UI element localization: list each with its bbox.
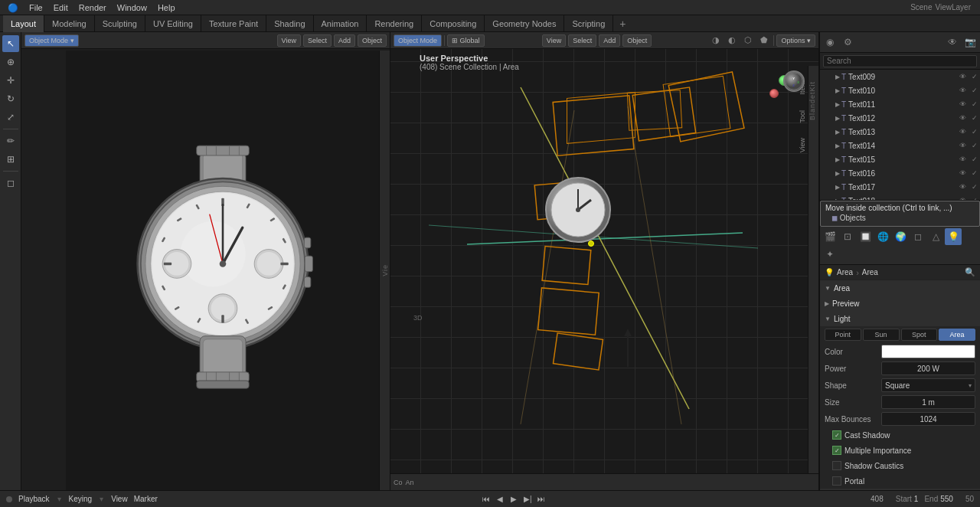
annotate-tool[interactable]: ✏ [2, 132, 19, 149]
color-swatch[interactable] [881, 345, 975, 358]
size-value[interactable]: 1 m [881, 395, 975, 409]
outliner-item-text013[interactable]: ▶ T Text013 👁 ✓ [820, 125, 980, 139]
tab-texture-paint[interactable]: Texture Paint [201, 15, 266, 32]
tab-geometry-nodes[interactable]: Geometry Nodes [485, 15, 564, 32]
viewport-shading-1[interactable]: ◑ [709, 34, 723, 47]
light-tab-point[interactable]: Point [825, 329, 861, 341]
outliner-item-text015[interactable]: ▶ T Text015 👁 ✓ [820, 152, 980, 166]
tab-rendering[interactable]: Rendering [367, 15, 422, 32]
mid-options-btn[interactable]: Options ▾ [776, 34, 815, 47]
viewport-shading-2[interactable]: ◐ [725, 34, 739, 47]
measure-tool[interactable]: ⊞ [2, 151, 19, 168]
marker-label[interactable]: Marker [134, 495, 158, 503]
start-value[interactable]: 1 [914, 495, 919, 503]
vis-icon-check[interactable]: ✓ [969, 85, 980, 96]
tab-compositing[interactable]: Compositing [422, 15, 485, 32]
cast-shadow-checkbox[interactable]: ✓ [832, 430, 841, 440]
menu-edit[interactable]: Edit [49, 0, 73, 15]
tab-animation[interactable]: Animation [314, 15, 368, 32]
outliner-item-text018[interactable]: ▶ T Text018 👁 ✓ [820, 194, 980, 201]
mid-view-btn[interactable]: View [542, 34, 566, 47]
side-tab-view[interactable]: View [797, 136, 808, 154]
prev-frame-btn[interactable]: ◀ [494, 493, 506, 505]
tab-uv-editing[interactable]: UV Editing [145, 15, 201, 32]
outliner-item-text011[interactable]: ▶ T Text011 👁 ✓ [820, 97, 980, 111]
vis-icon-eye[interactable]: 👁 [957, 71, 968, 82]
playback-label[interactable]: Playback [18, 495, 50, 503]
shadow-caustics-checkbox[interactable] [832, 461, 841, 470]
tooltip-objects-item[interactable]: ◼ Objects [825, 212, 975, 224]
props-search-icon[interactable]: 🔍 [965, 267, 975, 277]
props-tab-particles[interactable]: ✦ [822, 246, 838, 263]
props-tab-world[interactable]: 🌍 [892, 228, 909, 245]
menu-render[interactable]: Render [74, 0, 111, 15]
select-menu-btn[interactable]: Select [303, 34, 332, 47]
tab-shading[interactable]: Shading [266, 15, 313, 32]
outliner-search-input[interactable] [823, 55, 977, 67]
add-workspace-button[interactable]: + [613, 15, 632, 32]
vis-icon-eye[interactable]: 👁 [957, 85, 968, 96]
shape-dropdown[interactable]: Square ▾ [881, 378, 975, 392]
mid-select-btn[interactable]: Select [568, 34, 596, 47]
outliner-item-text017[interactable]: ▶ T Text017 👁 ✓ [820, 180, 980, 194]
viewport-shading-3[interactable]: ⬡ [741, 34, 755, 47]
light-tab-area[interactable]: Area [939, 329, 975, 341]
select-tool[interactable]: ↖ [2, 35, 19, 52]
props-tab-view[interactable]: 🔲 [857, 228, 874, 245]
blender-logo-menu[interactable]: 🔵 [3, 0, 23, 15]
outliner-render-icon[interactable]: 📷 [962, 34, 978, 51]
mid-object-btn[interactable]: Object [622, 34, 652, 47]
add-cube-tool[interactable]: ◻ [2, 175, 19, 191]
keying-label[interactable]: Keying [69, 495, 93, 503]
portal-checkbox[interactable] [832, 476, 841, 486]
outliner-item-text009[interactable]: ▶ T Text009 👁 ✓ [820, 70, 980, 83]
multiple-importance-checkbox[interactable]: ✓ [832, 446, 841, 455]
add-menu-btn[interactable]: Add [334, 34, 355, 47]
view-menu-btn[interactable]: View [277, 34, 301, 47]
next-frame-btn[interactable]: ▶| [521, 493, 534, 505]
outliner-item-text014[interactable]: ▶ T Text014 👁 ✓ [820, 139, 980, 152]
jump-start-btn[interactable]: ⏮ [480, 493, 492, 505]
jump-end-btn[interactable]: ⏭ [535, 493, 547, 505]
menu-help[interactable]: Help [153, 0, 180, 15]
vis-icon-check[interactable]: ✓ [969, 71, 980, 82]
viewport-shading-4[interactable]: ⬟ [757, 34, 771, 47]
mid-add-btn[interactable]: Add [599, 34, 620, 47]
play-btn[interactable]: ▶ [508, 493, 520, 505]
light-section-header[interactable]: ▼ Light [820, 311, 980, 326]
outliner-item-text010[interactable]: ▶ T Text010 👁 ✓ [820, 83, 980, 97]
power-value[interactable]: 200 W [881, 361, 975, 375]
props-tab-output[interactable]: ⊡ [839, 228, 856, 245]
side-tab-tool[interactable]: Tool [797, 109, 808, 125]
outliner-filter-icon[interactable]: ⚙ [839, 34, 856, 51]
mid-global-btn[interactable]: ⊞ Global [447, 34, 485, 47]
props-tab-render[interactable]: 🎬 [822, 228, 838, 245]
move-tool[interactable]: ✛ [2, 72, 19, 89]
end-value[interactable]: 550 [940, 495, 953, 503]
outliner-vis-icon[interactable]: 👁 [944, 34, 961, 51]
outliner-item-text012[interactable]: ▶ T Text012 👁 ✓ [820, 111, 980, 125]
outliner-item-text016[interactable]: ▶ T Text016 👁 ✓ [820, 166, 980, 180]
tab-modeling[interactable]: Modeling [44, 15, 95, 32]
props-tab-material[interactable]: 💡 [945, 228, 962, 245]
tab-sculpting[interactable]: Sculpting [95, 15, 145, 32]
light-tab-spot[interactable]: Spot [901, 329, 938, 341]
preview-section-header[interactable]: ▶ Preview [820, 296, 980, 311]
max-bounces-value[interactable]: 1024 [881, 412, 975, 426]
object-mode-dropdown[interactable]: Object Mode ▾ [24, 34, 79, 47]
object-menu-btn[interactable]: Object [358, 34, 387, 47]
light-tab-sun[interactable]: Sun [863, 329, 900, 341]
menu-window[interactable]: Window [113, 0, 152, 15]
props-tab-mesh[interactable]: △ [927, 228, 944, 245]
tab-layout[interactable]: Layout [3, 15, 44, 32]
area-section-header[interactable]: ▼ Area [820, 280, 980, 296]
props-tab-scene[interactable]: 🌐 [874, 228, 891, 245]
menu-file[interactable]: File [24, 0, 47, 15]
view-label[interactable]: View [111, 495, 128, 503]
props-tab-object[interactable]: ◻ [910, 228, 926, 245]
cursor-tool[interactable]: ⊕ [2, 54, 19, 70]
outliner-object-icon[interactable]: ◉ [822, 34, 838, 51]
scale-tool[interactable]: ⤢ [2, 109, 19, 126]
rotate-tool[interactable]: ↻ [2, 90, 19, 107]
mid-object-mode-btn[interactable]: Object Mode [394, 34, 442, 47]
